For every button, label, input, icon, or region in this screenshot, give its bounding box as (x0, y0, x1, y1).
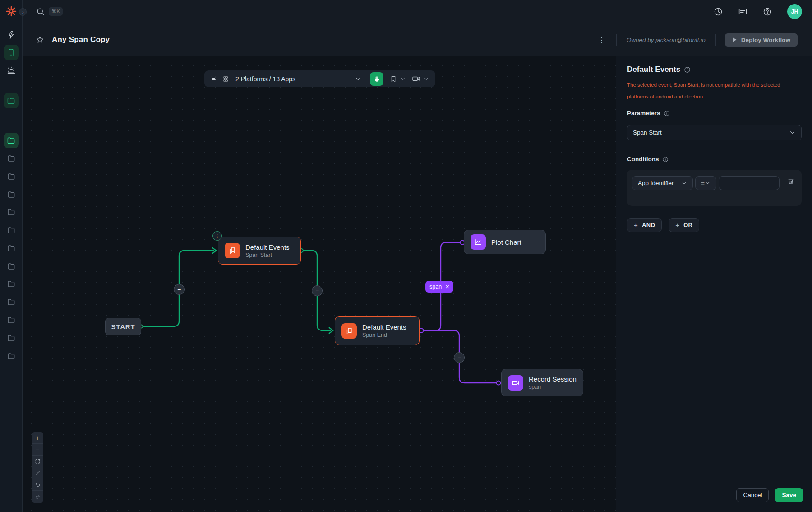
hand-icon (373, 75, 380, 83)
trash-icon (787, 177, 794, 185)
save-button[interactable]: Save (775, 488, 803, 502)
recording-tool[interactable] (412, 74, 429, 83)
sidebar-folder[interactable] (7, 172, 15, 181)
toggle-interactivity-button[interactable] (32, 467, 43, 479)
node-plot-chart[interactable]: Plot Chart (464, 230, 546, 254)
info-icon[interactable] (664, 110, 670, 116)
help-icon[interactable] (763, 7, 772, 16)
condition-field-value: App Identifier (638, 180, 674, 186)
info-icon[interactable] (662, 156, 669, 163)
sidebar-folder[interactable] (7, 244, 15, 252)
port-record-session-in[interactable] (497, 381, 501, 385)
redo-button[interactable] (32, 491, 43, 503)
collapse-edge-button[interactable]: − (312, 285, 323, 296)
history-icon[interactable] (714, 7, 723, 16)
sidebar-folder[interactable] (7, 352, 15, 360)
node-start[interactable]: START (105, 318, 141, 335)
parameters-label: Parameters (627, 110, 660, 116)
default-events-icon (341, 323, 357, 339)
workflow-edges (23, 56, 616, 512)
plus-icon: + (634, 221, 638, 229)
validation-error-message: The selected event, Span Start, is not c… (627, 79, 802, 102)
sidebar-folder[interactable] (7, 191, 15, 199)
folder-icon (7, 280, 15, 288)
canvas-toolbar: 2 Platforms / 13 Apps (204, 70, 435, 87)
node-options-button[interactable]: ⋮ (212, 231, 222, 241)
workflow-titlebar: Any Span Copy ⋮ Owned by jackson@bitdrif… (23, 23, 812, 56)
conditions-label: Conditions (627, 156, 659, 163)
zoom-out-button[interactable]: − (32, 444, 43, 456)
sidebar-folder[interactable] (7, 208, 15, 216)
edge-label-badge[interactable]: span ✕ (425, 281, 453, 293)
port-span-end-out[interactable] (420, 329, 424, 333)
workflow-canvas[interactable]: 2 Platforms / 13 Apps START Def (23, 56, 616, 512)
canvas-zoom-controls: + − (32, 432, 43, 503)
sidebar-folder[interactable] (7, 262, 15, 270)
folder-icon (7, 262, 15, 270)
lightning-icon (7, 30, 16, 39)
folder-icon (7, 244, 15, 252)
search-icon (36, 7, 45, 16)
user-avatar[interactable]: JH (787, 4, 802, 19)
sidebar-folder[interactable] (7, 298, 15, 306)
sidebar-folder[interactable] (7, 226, 15, 234)
folder-icon (7, 334, 15, 342)
node-title: Plot Chart (491, 238, 521, 247)
condition-operator-select[interactable]: = (695, 176, 716, 190)
fit-view-button[interactable] (32, 456, 43, 467)
keyboard-icon[interactable] (738, 7, 747, 16)
sidebar-folder[interactable] (7, 280, 15, 288)
node-record-session[interactable]: Record Session span (501, 369, 583, 396)
owner-label: Owned by jackson@bitdrift.io (617, 37, 715, 43)
sidebar-divider (4, 85, 19, 85)
bookmark-tool[interactable] (390, 75, 406, 83)
global-search[interactable]: ⌘K (36, 7, 63, 16)
plus-icon: + (675, 221, 679, 229)
brand-logo-icon[interactable] (6, 6, 17, 17)
play-icon (732, 37, 737, 42)
video-camera-icon (412, 74, 420, 83)
collapse-edge-button[interactable]: − (454, 352, 465, 363)
favorite-star-icon[interactable] (36, 36, 44, 44)
node-default-events-span-end[interactable]: Default Events Span End (335, 316, 420, 345)
delete-condition-button[interactable] (786, 177, 795, 186)
record-session-icon (508, 375, 523, 391)
folder-icon (7, 97, 15, 105)
chevron-down-icon (789, 129, 796, 136)
alarm-icon (7, 66, 16, 75)
collapse-edge-button[interactable]: − (174, 284, 185, 295)
pan-tool-button[interactable] (370, 72, 383, 86)
platforms-dropdown[interactable]: 2 Platforms / 13 Apps (210, 75, 366, 83)
sidebar-item-alerts[interactable] (7, 66, 16, 75)
sidebar-folder[interactable] (7, 334, 15, 342)
sidebar-folder[interactable] (7, 154, 15, 163)
condition-value-input[interactable] (719, 176, 780, 190)
cancel-button[interactable]: Cancel (736, 488, 769, 502)
info-icon[interactable] (684, 66, 691, 73)
add-or-condition-button[interactable]: + OR (669, 218, 699, 232)
divider (366, 70, 366, 87)
deploy-workflow-button[interactable]: Deploy Workflow (725, 33, 798, 47)
zoom-in-button[interactable]: + (32, 432, 43, 444)
sidebar-folder-active[interactable] (4, 133, 19, 148)
sidebar-folder[interactable] (7, 316, 15, 324)
condition-row: App Identifier = (627, 170, 802, 206)
topbar: ⌘K JH (23, 0, 812, 23)
condition-field-select[interactable]: App Identifier (632, 176, 693, 190)
sidebar-item-sessions[interactable] (4, 45, 19, 60)
default-events-icon (225, 243, 240, 258)
divider (715, 34, 716, 46)
workflow-menu-button[interactable]: ⋮ (587, 36, 616, 44)
undo-button[interactable] (32, 479, 43, 491)
add-and-condition-button[interactable]: + AND (627, 218, 662, 232)
sidebar-folder-pinned[interactable] (4, 93, 19, 108)
remove-edge-label-icon[interactable]: ✕ (445, 284, 449, 290)
sidebar-collapse-button[interactable]: › (19, 8, 27, 16)
folder-icon (7, 208, 15, 216)
node-default-events-span-start[interactable]: Default Events Span Start (218, 237, 301, 265)
parameters-select[interactable]: Span Start (627, 125, 802, 140)
bookmark-icon (390, 75, 397, 83)
sidebar-item-flows[interactable] (7, 30, 16, 39)
platforms-label: 2 Platforms / 13 Apps (235, 75, 295, 83)
folder-icon (7, 316, 15, 324)
